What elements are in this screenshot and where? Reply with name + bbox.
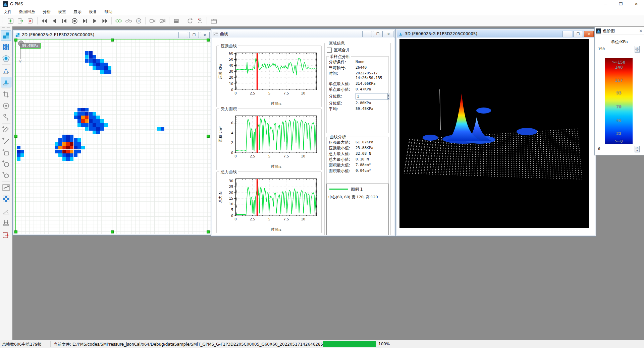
quantile-input[interactable]: [356, 93, 387, 99]
minimize-window-button[interactable]: ─: [598, 0, 613, 8]
color-scale-close-icon[interactable]: ✕: [639, 28, 643, 33]
sidebar-separator: [2, 181, 10, 182]
tool-sidebar: 2 45 3: [0, 26, 12, 340]
window-curves-title-bar[interactable]: 曲线 ─ ❐ ×: [212, 30, 395, 38]
tool-view-3d[interactable]: [1, 77, 11, 87]
selection-handle[interactable]: [111, 230, 114, 233]
screen-button[interactable]: [172, 16, 180, 25]
sidebar-gripper[interactable]: [2, 27, 10, 29]
menu-4[interactable]: 显示: [70, 8, 85, 15]
menu-1[interactable]: 数据回放: [15, 8, 39, 15]
svg-text:2.5: 2.5: [250, 217, 255, 221]
window-3d-close-button[interactable]: ×: [584, 31, 594, 37]
tool-show-curves[interactable]: [1, 182, 11, 193]
window-curves-restore-button[interactable]: ❐: [373, 31, 383, 37]
tool-view-2d[interactable]: [1, 30, 11, 41]
tool-draw-free[interactable]: [1, 124, 11, 135]
menu-2[interactable]: 分析: [39, 8, 54, 15]
selection-handle[interactable]: [14, 39, 17, 42]
open-folder-button[interactable]: [209, 16, 218, 25]
stop-button[interactable]: [70, 16, 79, 25]
svg-text:0: 0: [231, 214, 233, 218]
play-button[interactable]: [90, 16, 99, 25]
menu-3[interactable]: 设置: [54, 8, 70, 15]
svg-text:0: 0: [234, 154, 236, 158]
tool-add-rect[interactable]: [1, 147, 11, 158]
window-curves-close-button[interactable]: ×: [384, 31, 393, 37]
spinner-up-icon[interactable]: ▲: [387, 93, 389, 96]
selection-handle[interactable]: [207, 230, 210, 233]
selection-handle[interactable]: [207, 135, 210, 138]
tool-sample-path[interactable]: [1, 112, 11, 123]
tool-baseline-align[interactable]: [1, 217, 11, 228]
region-merge-checkbox[interactable]: [327, 48, 332, 53]
step-back-button[interactable]: [50, 16, 59, 25]
record-video-off-button[interactable]: [158, 16, 167, 25]
color-scale-max-input[interactable]: [597, 46, 634, 52]
menu-6[interactable]: 帮助: [101, 8, 116, 15]
sampling-analysis-title: 采样点分析: [329, 54, 351, 60]
tool-add-line[interactable]: [1, 136, 11, 146]
tool-sample-point[interactable]: [1, 100, 11, 111]
window-3d-title-bar[interactable]: 3D (F606025:G-F1P3D2205C00005) ─ ❐ ×: [397, 30, 595, 38]
selection-rectangle[interactable]: [15, 40, 208, 232]
tool-view-numeric[interactable]: 2 45 3: [1, 42, 11, 52]
svg-text:20: 20: [229, 76, 233, 79]
window-2d-title-bar[interactable]: 2D (F606025:G-F1P3D2205C00005) ─ ❐ ×: [14, 31, 211, 39]
tool-add-polygon[interactable]: [1, 170, 11, 181]
first-frame-button[interactable]: [60, 16, 69, 25]
window-2d-close-button[interactable]: ×: [200, 32, 210, 38]
spinner-down-icon[interactable]: ▼: [387, 96, 389, 100]
tool-view-contour[interactable]: [1, 53, 11, 64]
color-scale-title-bar[interactable]: 色阶图 ✕: [595, 27, 644, 35]
quantile-spinner[interactable]: ▲▼: [387, 93, 389, 99]
tool-angle-measure[interactable]: [1, 206, 11, 217]
selection-handle[interactable]: [111, 39, 114, 42]
last-frame-button[interactable]: [80, 16, 89, 25]
maximize-window-button[interactable]: ❐: [613, 0, 629, 8]
window-2d: 2D (F606025:G-F1P3D2205C00005) ─ ❐ × 59.…: [12, 29, 212, 235]
window-3d-restore-button[interactable]: ❐: [573, 31, 583, 37]
close-window-button[interactable]: ✕: [629, 0, 644, 8]
toolbar-gripper[interactable]: [2, 17, 4, 24]
color-scale-max-row: ▲▼: [597, 46, 640, 52]
selection-handle[interactable]: [14, 230, 17, 233]
tool-add-circle[interactable]: [1, 158, 11, 169]
window-2d-restore-button[interactable]: ❐: [189, 32, 199, 38]
menu-0[interactable]: 文件: [0, 8, 15, 15]
user-button[interactable]: [196, 16, 204, 25]
pressure-map-2d[interactable]: 59.45KPa Y: [14, 39, 211, 234]
color-scale-max-spinner[interactable]: ▲▼: [635, 46, 640, 52]
blue-blob-upper: [476, 108, 491, 114]
tool-show-grid[interactable]: [1, 194, 11, 204]
export-button[interactable]: [16, 16, 25, 25]
timer-button[interactable]: 0: [134, 16, 143, 25]
fast-forward-button[interactable]: [100, 16, 109, 25]
selection-handle[interactable]: [207, 39, 210, 42]
new-button[interactable]: [6, 16, 15, 25]
link-button[interactable]: [114, 16, 123, 25]
window-curves-minimize-button[interactable]: ─: [362, 31, 372, 37]
svg-text:10: 10: [229, 202, 233, 206]
color-scale-min-input[interactable]: [597, 146, 634, 152]
window-3d-title: 3D (F606025:G-F1P3D2205C00005): [405, 31, 477, 36]
window-2d-minimize-button[interactable]: ─: [178, 32, 188, 38]
svg-text:7.5: 7.5: [283, 91, 289, 95]
color-scale-min-spinner[interactable]: ▲▼: [635, 146, 640, 152]
tool-crop-region[interactable]: [1, 89, 11, 100]
surface-3d-view[interactable]: [399, 39, 589, 228]
tool-view-3d-wireframe[interactable]: [1, 65, 11, 76]
record-video-button[interactable]: [148, 16, 157, 25]
tool-export-data[interactable]: [1, 230, 11, 240]
refresh-button[interactable]: [185, 16, 194, 25]
pressure-curve-groupbox: 压强曲线 010203040506002.557.510时间:s压强:KPa: [216, 46, 322, 107]
delete-button[interactable]: [26, 16, 35, 25]
svg-text:30: 30: [229, 70, 233, 73]
selection-handle[interactable]: [14, 135, 17, 138]
sidebar-separator: [2, 88, 10, 88]
rewind-button[interactable]: [40, 16, 49, 25]
quantile-label: 分位数:: [329, 93, 356, 99]
window-3d-minimize-button[interactable]: ─: [562, 31, 572, 37]
menu-5[interactable]: 设备: [85, 8, 101, 15]
unlink-button[interactable]: [124, 16, 133, 25]
